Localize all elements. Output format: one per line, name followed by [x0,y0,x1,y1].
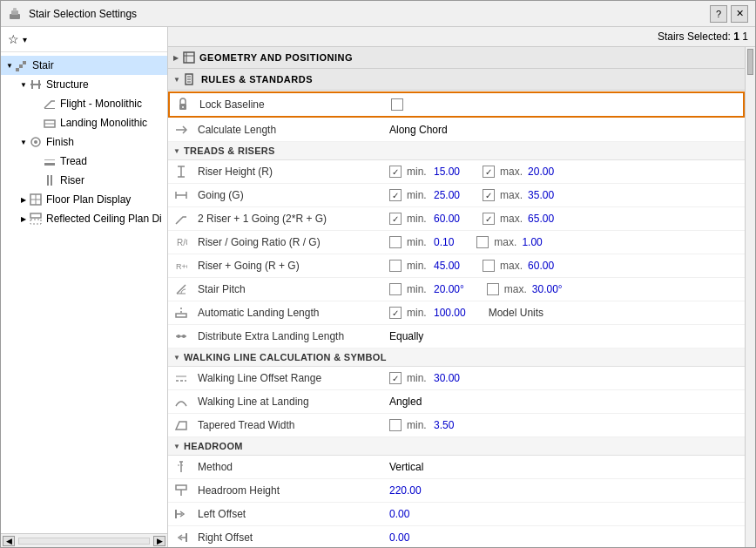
calc-length-name: Calculate Length [194,124,386,136]
svg-text:R+G: R+G [176,262,187,271]
dropdown-icon[interactable]: ▾ [23,35,27,44]
landing-icon [43,116,57,130]
riser-height-min-checkbox[interactable] [389,166,402,178]
prop-auto-landing: Automatic Landing Length min. 100.00 Mod… [168,301,745,325]
headroom-height-icon [168,481,194,500]
sidebar-prev-btn[interactable]: ◀ [3,536,15,546]
prop-headroom-height: Headroom Height 220.00 [168,479,745,503]
riser-going-ratio-value: min. 0.10 max. 1.00 [386,236,745,248]
svg-point-31 [182,106,184,108]
rplus-min-checkbox[interactable] [389,260,402,272]
treads-risers-title: TREADS & RISERS [184,145,275,156]
subsection-headroom[interactable]: ▼ HEADROOM [168,437,745,456]
tapered-tread-checkbox[interactable] [389,419,402,431]
prop-2riser-1going: 2 Riser + 1 Going (2*R + G) min. 60.00 m… [168,207,745,231]
headroom-title: HEADROOM [184,441,243,451]
2riser-max-checkbox[interactable] [483,213,495,225]
sidebar-toolbar: ☆ ▾ [1,27,167,52]
riser-going-ratio-name: Riser / Going Ratio (R / G) [194,236,386,248]
riser-height-value: min. 15.00 max. 20.00 [386,166,745,178]
ratio-min-checkbox[interactable] [389,236,402,248]
svg-rect-8 [38,80,40,89]
treads-expand-icon: ▼ [173,147,180,155]
favorite-icon[interactable]: ☆ [8,32,19,46]
scroll-thumb[interactable] [747,49,753,75]
prop-method: Method Vertical [168,456,745,479]
riser-plus-going-value: min. 45.00 max. 60.00 [386,260,745,272]
prop-walking-offset: Walking Line Offset Range min. 30.00 [168,367,745,390]
distribute-landing-icon [168,327,194,346]
sidebar-item-tread[interactable]: ▶ Tread [1,152,167,171]
reflected-ceiling-label: Reflected Ceiling Plan Di [46,213,162,225]
sidebar-item-reflected-ceiling[interactable]: ▶ Reflected Ceiling Plan Di [1,209,167,228]
right-offset-name: Right Offset [194,531,386,544]
expand-finish-icon[interactable]: ▼ [18,137,29,147]
tapered-tread-value: min. 3.50 [386,419,745,431]
help-button[interactable]: ? [710,5,727,23]
prop-going: Going (G) min. 25.00 max. 35.00 [168,184,745,207]
vertical-scrollbar[interactable] [745,47,755,547]
sidebar-item-finish[interactable]: ▼ Finish [1,132,167,152]
sidebar-item-landing-monolithic[interactable]: ▶ Landing Monolithic [1,113,167,132]
stairs-selected-label: Stairs Selected: [658,30,731,43]
going-icon [168,186,194,205]
sidebar-next-btn[interactable]: ▶ [153,536,165,546]
distribute-landing-value: Equally [386,330,745,342]
svg-rect-14 [44,163,55,166]
going-min-checkbox[interactable] [389,189,402,201]
svg-rect-22 [30,220,41,224]
rules-icon [184,72,198,86]
svg-text:R/G: R/G [177,238,187,247]
svg-rect-21 [30,213,41,218]
auto-landing-min-checkbox[interactable] [389,307,402,319]
stair-label: Stair [32,59,54,71]
expand-stair-icon[interactable]: ▼ [4,60,15,71]
expand-structure-icon[interactable]: ▼ [18,79,29,90]
going-value: min. 25.00 max. 35.00 [386,189,745,201]
section-rules[interactable]: ▼ RULES & STANDARDS [168,69,745,91]
lock-baseline-name: Lock Baseline [196,98,388,111]
subsection-treads-risers[interactable]: ▼ TREADS & RISERS [168,142,745,160]
expand-reflected-icon[interactable]: ▶ [18,213,29,224]
calc-length-value: Along Chord [386,124,745,136]
structure-label: Structure [46,78,89,91]
pitch-max-checkbox[interactable] [487,283,499,295]
svg-point-13 [34,140,37,144]
svg-rect-4 [19,64,23,68]
subsection-walking-line[interactable]: ▼ WALKING LINE CALCULATION & SYMBOL [168,348,745,367]
pitch-min-checkbox[interactable] [389,283,402,295]
riser-height-max-checkbox[interactable] [483,166,495,178]
sidebar-item-flight-monolithic[interactable]: ▶ Flight - Monolithic [1,94,167,113]
auto-landing-name: Automatic Landing Length [194,307,386,319]
2riser-1going-name: 2 Riser + 1 Going (2*R + G) [194,213,386,225]
rplus-max-checkbox[interactable] [483,260,495,272]
close-button[interactable]: ✕ [731,5,748,23]
ratio-max-checkbox[interactable] [476,236,489,248]
sidebar-item-structure[interactable]: ▼ Structure [1,75,167,94]
section-geometry[interactable]: ▶ GEOMETRY AND POSITIONING [168,47,745,69]
stair-pitch-name: Stair Pitch [194,283,386,295]
lock-baseline-checkbox[interactable] [391,98,403,111]
prop-left-offset: Left Offset 0.00 [168,503,745,526]
svg-rect-17 [51,175,52,186]
svg-rect-2 [13,8,17,11]
properties-wrapper: ▶ GEOMETRY AND POSITIONING ▼ [168,47,755,547]
walking-expand-icon: ▼ [173,354,180,362]
walking-offset-value: min. 30.00 [386,372,745,384]
walking-offset-checkbox[interactable] [389,372,402,384]
2riser-min-checkbox[interactable] [389,213,402,225]
sidebar: ☆ ▾ ▼ Stair ▼ Structure [1,27,168,547]
expand-floor-plan-icon[interactable]: ▶ [18,194,29,205]
sidebar-item-riser[interactable]: ▶ Riser [1,171,167,190]
stair-pitch-value: min. 20.00° max. 30.00° [386,283,745,295]
sidebar-item-stair[interactable]: ▼ Stair [1,56,167,75]
svg-rect-41 [176,314,186,317]
going-max-checkbox[interactable] [483,189,495,201]
sidebar-scrollbar[interactable] [18,538,150,545]
finish-label: Finish [46,136,74,148]
svg-rect-16 [47,175,49,186]
svg-rect-15 [44,159,55,160]
sidebar-item-floor-plan-display[interactable]: ▶ Floor Plan Display [1,190,167,209]
walking-landing-value: Angled [386,396,745,408]
svg-rect-50 [176,485,186,490]
